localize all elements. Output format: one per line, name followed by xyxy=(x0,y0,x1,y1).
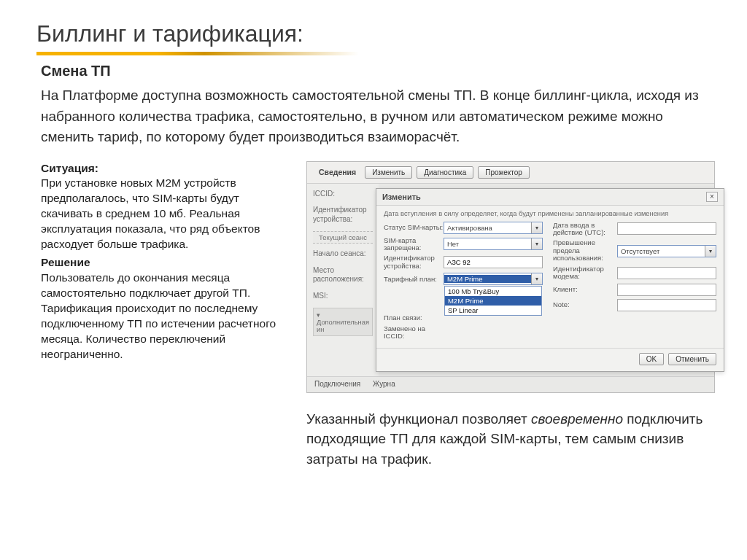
effective-date-input[interactable] xyxy=(617,222,716,235)
modem-id-input[interactable] xyxy=(617,267,716,279)
msi-label: MSI: xyxy=(313,292,373,301)
location-label: Место расположения: xyxy=(313,266,373,284)
close-icon[interactable]: × xyxy=(706,192,718,202)
effective-date-label: Дата ввода в действие (UTC): xyxy=(553,222,617,237)
tab-journal[interactable]: Журна xyxy=(373,380,395,388)
device-id-label: Идентификатор устройства: xyxy=(384,254,444,270)
sim-blocked-label: SIM-карта запрещена: xyxy=(384,237,444,252)
client-input[interactable] xyxy=(617,284,716,296)
devid-label: Идентификатор устройства: xyxy=(313,206,373,224)
tab-info[interactable]: Сведения xyxy=(314,166,360,178)
tariff-plan-select[interactable]: M2M Prime ▾ 100 Mb Try&Buy M2M Prime SP … xyxy=(444,273,543,285)
modem-id-label: Идентификатор модема: xyxy=(553,265,617,281)
chevron-down-icon: ▾ xyxy=(531,238,542,249)
overage-label: Превышение предела использования: xyxy=(553,239,617,262)
solution-text: Пользователь до окончания месяца самосто… xyxy=(41,271,276,360)
chevron-down-icon: ▾ xyxy=(705,246,716,257)
dialog-title: Изменить xyxy=(382,192,421,201)
note-label: Note: xyxy=(553,301,617,308)
note-input[interactable] xyxy=(617,299,716,311)
situation-block: Ситуация: При установке новых М2М устрой… xyxy=(41,161,289,253)
sim-blocked-select[interactable]: Нет ▾ xyxy=(444,238,543,250)
panel-toolbar: Сведения Изменить Диагностика Прожектор xyxy=(307,162,714,184)
solution-block: Решение Пользователь до окончания месяца… xyxy=(41,255,289,362)
tariff-option[interactable]: 100 Mb Try&Buy xyxy=(445,287,541,296)
intro-paragraph: На Платформе доступна возможность самост… xyxy=(41,85,711,148)
sim-status-select[interactable]: Активирована ▾ xyxy=(444,222,543,234)
edit-dialog: Изменить × Дата вступления в силу опреде… xyxy=(376,188,724,372)
situation-text: При установке новых М2М устройств предпо… xyxy=(41,176,260,250)
dialog-hint: Дата вступления в силу определяет, когда… xyxy=(376,206,724,219)
tariff-dropdown[interactable]: 100 Mb Try&Buy M2M Prime SP Linear xyxy=(444,286,542,316)
comm-plan-label: План связи: xyxy=(384,314,444,322)
accent-bar xyxy=(36,52,708,55)
overage-select[interactable]: Отсутствует ▾ xyxy=(617,245,716,257)
tariff-plan-label: Тарифный план: xyxy=(384,276,444,283)
slide-subtitle: Смена ТП xyxy=(41,63,711,79)
device-id-input[interactable] xyxy=(444,256,543,268)
diagnostics-button[interactable]: Диагностика xyxy=(417,166,473,179)
edit-button[interactable]: Изменить xyxy=(365,166,412,179)
chevron-down-icon: ▾ xyxy=(531,273,542,284)
iccid-label: ICCID: xyxy=(313,190,373,199)
ok-button[interactable]: OK xyxy=(639,353,664,365)
sim-status-label: Статус SIM-карты: xyxy=(384,224,444,231)
client-label: Клиент: xyxy=(553,286,617,293)
cancel-button[interactable]: Отменить xyxy=(668,353,716,365)
session-start-label: Начало сеанса: xyxy=(313,249,373,259)
panel-bottom-tabs: Подключения Журна xyxy=(307,376,714,392)
replaced-iccid-label: Заменено на ICCID: xyxy=(384,325,444,341)
tab-connections[interactable]: Подключения xyxy=(314,380,360,388)
solution-label: Решение xyxy=(41,256,90,268)
summary-paragraph: Указанный функционал позволяет своевреме… xyxy=(306,409,711,470)
tariff-option[interactable]: M2M Prime xyxy=(445,296,541,306)
projector-button[interactable]: Прожектор xyxy=(478,166,530,179)
info-sidebar: ICCID: Идентификатор устройства: Текущий… xyxy=(307,184,379,376)
tariff-option[interactable]: SP Linear xyxy=(445,306,541,315)
slide-title: Биллинг и тарификация: xyxy=(36,20,711,47)
additional-info-toggle[interactable]: ▾ Дополнительная ин xyxy=(313,308,373,336)
app-screenshot: Сведения Изменить Диагностика Прожектор … xyxy=(306,161,715,393)
session-section: Текущий сеанс xyxy=(313,231,373,244)
chevron-down-icon: ▾ xyxy=(531,222,542,233)
situation-label: Ситуация: xyxy=(41,162,98,174)
